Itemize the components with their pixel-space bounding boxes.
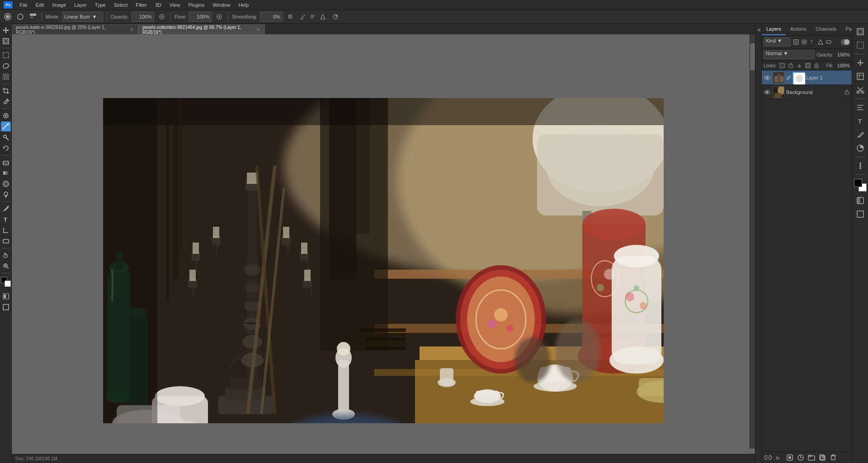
strip-expand-btn[interactable] — [854, 70, 867, 83]
tab-layers[interactable]: Layers — [762, 23, 786, 35]
filter-smart-icon[interactable] — [825, 38, 832, 46]
brush-tool[interactable] — [1, 122, 11, 131]
strip-move-btn[interactable] — [854, 56, 867, 69]
tab-actions[interactable]: Actions — [786, 23, 811, 35]
strip-quickmask-btn[interactable] — [854, 194, 867, 207]
crop-tool[interactable] — [1, 86, 11, 96]
filter-kind-dropdown[interactable]: Kind ▼ — [764, 37, 791, 47]
rectangular-marquee-tool[interactable] — [1, 50, 11, 60]
smoothing-input[interactable] — [260, 12, 283, 22]
filter-adjustment-icon[interactable] — [801, 38, 808, 46]
smoothing-settings-btn[interactable]: ⚙ — [285, 12, 295, 22]
menu-type[interactable]: Type — [92, 1, 109, 9]
symmetry-btn[interactable] — [318, 12, 328, 22]
strip-more-btn[interactable] — [854, 159, 867, 172]
fg-swatch[interactable] — [854, 179, 862, 187]
layer-mask-btn[interactable] — [785, 453, 794, 462]
menu-filter[interactable]: Filter — [132, 1, 150, 9]
canvas-scrollbar-v[interactable] — [750, 34, 755, 449]
tab-2-close[interactable]: ✕ — [255, 27, 261, 33]
menu-image[interactable]: Image — [49, 1, 70, 9]
strip-edit-btn[interactable] — [854, 25, 867, 38]
layer-item-2[interactable]: Background — [762, 85, 852, 99]
layer-2-visibility[interactable] — [764, 89, 771, 96]
opacity-value[interactable]: 100% — [834, 52, 850, 57]
opacity-pressure-btn[interactable] — [157, 12, 167, 22]
lasso-tool[interactable] — [1, 61, 11, 71]
panel-collapse-btn[interactable]: ◀ — [755, 23, 761, 463]
strip-screen-mode-btn[interactable] — [854, 208, 867, 220]
menu-file[interactable]: File — [16, 1, 31, 9]
strip-select-btn[interactable] — [854, 39, 867, 51]
lock-pixels-icon[interactable] — [787, 62, 794, 69]
blur-tool[interactable] — [1, 179, 11, 189]
strip-color-btn[interactable] — [854, 142, 867, 154]
document-tab-1[interactable]: pexels-katie-e-3662910.jpg @ 25% (Layer … — [12, 24, 138, 34]
layer-item-1[interactable]: 🔗 Layer 1 — [762, 70, 852, 85]
menu-plugins[interactable]: Plugins — [185, 1, 208, 9]
screen-mode-btn[interactable] — [1, 302, 11, 312]
history-brush-tool[interactable] — [1, 143, 11, 153]
layer-fx-btn[interactable]: fx — [774, 453, 783, 462]
artboard-tool[interactable] — [1, 36, 11, 46]
tab-channels[interactable]: Channels — [811, 23, 841, 35]
object-select-tool[interactable] — [1, 72, 11, 82]
menu-select[interactable]: Select — [111, 1, 131, 9]
spot-heal-tool[interactable] — [1, 111, 11, 121]
lock-transparent-icon[interactable] — [778, 62, 786, 69]
clone-stamp-tool[interactable] — [1, 132, 11, 142]
flow-input[interactable] — [189, 12, 212, 22]
layer-group-btn[interactable] — [807, 453, 816, 462]
opacity-input[interactable] — [132, 12, 154, 22]
dodge-tool[interactable] — [1, 190, 11, 200]
tab-1-close[interactable]: ✕ — [129, 27, 134, 33]
filter-text-icon[interactable]: T — [809, 38, 816, 46]
blend-mode-dropdown[interactable]: Linear Burn ▼ — [62, 12, 103, 22]
menu-layer[interactable]: Layer — [71, 1, 90, 9]
menu-edit[interactable]: Edit — [33, 1, 47, 9]
flow-pressure-btn[interactable] — [214, 12, 224, 22]
fill-value[interactable]: 100% — [834, 63, 850, 68]
delete-layer-btn[interactable] — [829, 453, 838, 462]
document-tab-2[interactable]: pexels-cottonbro-9821464.jpg @ 66.7% (La… — [138, 24, 265, 34]
layer-1-visibility[interactable] — [764, 74, 771, 81]
menu-view[interactable]: View — [166, 1, 184, 9]
layer-link-btn[interactable] — [764, 453, 773, 462]
pen-tool[interactable] — [1, 204, 11, 214]
move-tool[interactable] — [1, 25, 11, 35]
filter-toggle[interactable] — [841, 39, 850, 45]
brush-size-icon[interactable] — [15, 12, 25, 22]
brush-hardness-icon[interactable] — [28, 12, 38, 22]
lock-position-icon[interactable] — [796, 62, 803, 69]
strip-align-btn[interactable] — [854, 101, 867, 114]
color-swatches[interactable] — [854, 179, 867, 192]
gradient-tool[interactable] — [1, 168, 11, 178]
vscroll-thumb[interactable] — [750, 43, 755, 70]
filter-pixel-icon[interactable] — [793, 38, 800, 46]
eyedropper-tool[interactable] — [1, 97, 11, 107]
hand-tool[interactable] — [1, 250, 11, 260]
blend-mode-layers-dropdown[interactable]: Normal ▼ — [764, 50, 815, 59]
layer-adjustment-btn[interactable] — [796, 453, 805, 462]
lock-artboard-icon[interactable] — [804, 62, 811, 69]
lock-all-icon[interactable] — [813, 62, 820, 69]
eraser-tool[interactable] — [1, 157, 11, 167]
quick-mask-btn[interactable] — [1, 291, 11, 301]
foreground-background-colors[interactable] — [1, 277, 11, 287]
strip-type-btn[interactable]: T — [854, 115, 867, 127]
background-color[interactable] — [5, 281, 11, 287]
menu-help[interactable]: Help — [236, 1, 252, 9]
new-layer-btn[interactable] — [818, 453, 827, 462]
type-tool[interactable]: T — [1, 215, 11, 224]
canvas-area[interactable] — [12, 34, 755, 454]
rectangle-tool[interactable] — [1, 236, 11, 246]
strip-pen-btn[interactable] — [854, 128, 867, 141]
zoom-tool[interactable] — [1, 261, 11, 271]
menu-window[interactable]: Window — [210, 1, 234, 9]
filter-shape-icon[interactable] — [817, 38, 824, 46]
color-mode-btn[interactable] — [330, 12, 340, 22]
brush-preset-picker[interactable] — [3, 12, 13, 22]
path-select-tool[interactable] — [1, 225, 11, 235]
menu-3d[interactable]: 3D — [152, 1, 165, 9]
strip-cut-btn[interactable] — [854, 84, 867, 96]
